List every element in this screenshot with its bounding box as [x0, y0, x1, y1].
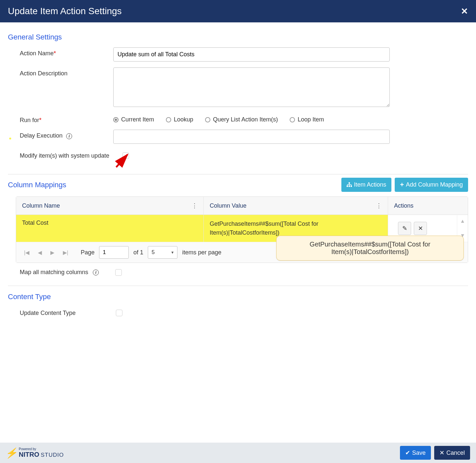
- radio-icon: [113, 117, 119, 122]
- map-all-label: Map all matching columns: [20, 269, 88, 276]
- delay-label: Delay Execution i: [8, 130, 113, 139]
- close-icon: ✕: [418, 225, 423, 232]
- column-mappings-title: Column Mappings: [8, 181, 66, 189]
- cancel-button[interactable]: ✕ Cancel: [434, 446, 470, 460]
- close-icon[interactable]: ✕: [461, 6, 468, 16]
- radio-icon: [205, 117, 210, 122]
- logo-icon: ⚡: [5, 447, 19, 459]
- update-content-type-checkbox[interactable]: [116, 310, 122, 316]
- svg-rect-4: [351, 186, 352, 187]
- svg-rect-2: [347, 186, 348, 187]
- run-for-radio-group: Current Item Lookup Query List Action It…: [113, 114, 390, 123]
- info-icon[interactable]: i: [66, 133, 72, 139]
- nitro-logo: ⚡ Powered by NITRO STUDIO: [6, 447, 64, 459]
- plus-icon: +: [400, 181, 404, 189]
- page-next-icon[interactable]: ▶: [48, 249, 56, 256]
- action-name-input[interactable]: [113, 47, 390, 62]
- dialog-header: Update Item Action Settings ✕: [0, 0, 476, 22]
- annotation-dot: [9, 138, 11, 140]
- pager: |◀ ◀ ▶ ▶| Page of 1 5 items per page ms …: [16, 242, 468, 263]
- mappings-grid: Column Name⋮ Column Value⋮ Actions Total…: [16, 196, 468, 263]
- item-actions-button[interactable]: Item Actions: [341, 178, 391, 192]
- dialog-title: Update Item Action Settings: [8, 6, 122, 16]
- add-column-mapping-button[interactable]: + Add Column Mapping: [395, 178, 468, 192]
- radio-icon: [290, 117, 295, 122]
- radio-query-list[interactable]: Query List Action Item(s): [205, 116, 278, 123]
- col-header-name: Column Name: [22, 202, 60, 209]
- radio-icon: [166, 117, 171, 122]
- dialog-body: General Settings Action Name* Action Des…: [0, 22, 476, 443]
- page-of-text: of 1: [133, 249, 143, 256]
- action-name-label: Action Name*: [8, 47, 113, 57]
- pencil-icon: ✎: [402, 225, 407, 232]
- general-title: General Settings: [8, 33, 468, 41]
- svg-rect-1: [349, 182, 350, 184]
- run-for-label: Run for*: [8, 114, 113, 124]
- dialog-footer: ⚡ Powered by NITRO STUDIO ✔ Save ✕ Cance…: [0, 443, 476, 463]
- svg-rect-3: [349, 186, 350, 187]
- column-menu-icon[interactable]: ⋮: [376, 202, 382, 209]
- radio-current-item[interactable]: Current Item: [113, 116, 154, 123]
- info-icon[interactable]: i: [93, 270, 99, 275]
- per-page-select[interactable]: 5: [148, 246, 177, 259]
- edit-button[interactable]: ✎: [398, 222, 411, 235]
- modify-label: Modify item(s) with system update: [8, 150, 120, 159]
- content-type-section: Content Type Update Content Type: [8, 289, 468, 318]
- move-up-icon[interactable]: ▲: [460, 218, 465, 224]
- page-first-icon[interactable]: |◀: [22, 249, 31, 256]
- col-header-actions: Actions: [394, 202, 413, 209]
- per-page-text: items per page: [182, 249, 221, 256]
- general-section: General Settings Action Name* Action Des…: [8, 33, 468, 174]
- close-icon: ✕: [439, 449, 444, 456]
- column-menu-icon[interactable]: ⋮: [192, 202, 198, 209]
- map-all-checkbox[interactable]: [115, 269, 122, 276]
- content-type-title: Content Type: [8, 293, 468, 301]
- cell-column-name: Total Cost: [16, 215, 204, 242]
- page-number-input[interactable]: [99, 246, 129, 259]
- radio-lookup[interactable]: Lookup: [166, 116, 193, 123]
- action-desc-label: Action Description: [8, 67, 113, 77]
- col-header-value: Column Value: [210, 202, 247, 209]
- action-desc-input[interactable]: [113, 67, 390, 107]
- page-prev-icon[interactable]: ◀: [36, 249, 44, 256]
- sitemap-icon: [347, 182, 352, 188]
- check-icon: ✔: [405, 449, 410, 456]
- save-button[interactable]: ✔ Save: [400, 446, 431, 460]
- column-value-tooltip: GetPurchaseItems##$sum([Total Cost for I…: [276, 236, 464, 261]
- modify-checkbox[interactable]: [122, 152, 129, 159]
- delay-input[interactable]: [113, 130, 390, 144]
- delete-button[interactable]: ✕: [414, 222, 427, 235]
- update-content-type-label: Update Content Type: [8, 307, 113, 317]
- column-mappings-section: Column Mappings Item Actions + Add Colum…: [8, 178, 468, 286]
- page-last-icon[interactable]: ▶|: [61, 249, 70, 256]
- radio-loop-item[interactable]: Loop Item: [290, 116, 324, 123]
- page-label: Page: [81, 249, 94, 256]
